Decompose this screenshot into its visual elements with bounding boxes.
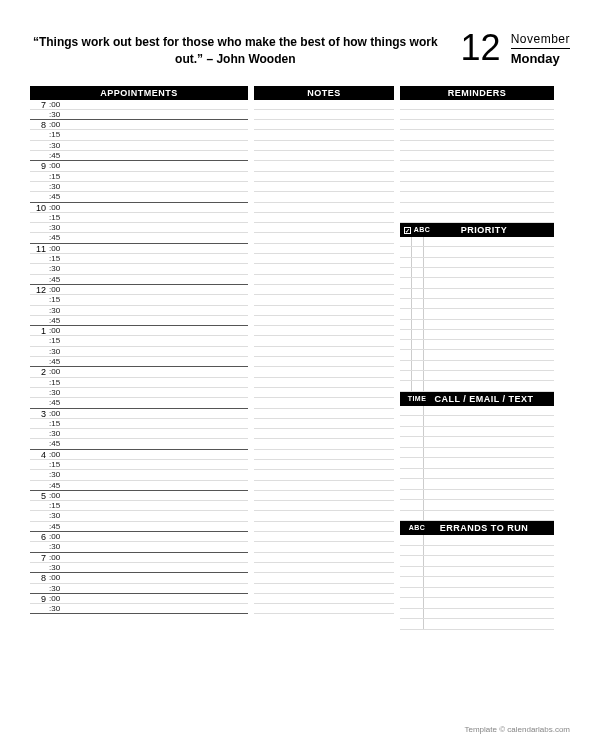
errand-row[interactable] (400, 535, 554, 546)
priority-check-cell[interactable] (400, 340, 412, 349)
errand-text-cell[interactable] (424, 598, 554, 608)
errand-row[interactable] (400, 588, 554, 599)
call-time-cell[interactable] (400, 448, 424, 458)
appointment-cell[interactable] (64, 254, 248, 263)
appointment-row[interactable]: :45 (30, 151, 248, 161)
priority-text-cell[interactable] (424, 330, 554, 339)
notes-line[interactable] (254, 347, 394, 357)
appointment-cell[interactable] (64, 501, 248, 510)
appointment-cell[interactable] (64, 192, 248, 201)
errand-text-cell[interactable] (424, 535, 554, 545)
appointment-cell[interactable] (64, 347, 248, 356)
priority-check-cell[interactable] (400, 278, 412, 287)
appointment-row[interactable]: :15 (30, 460, 248, 470)
notes-line[interactable] (254, 532, 394, 542)
appointment-row[interactable]: 11:00 (30, 244, 248, 254)
appointment-row[interactable]: 3:00 (30, 409, 248, 419)
priority-abc-cell[interactable] (412, 371, 424, 380)
appointment-cell[interactable] (64, 172, 248, 181)
call-row[interactable] (400, 479, 554, 490)
call-row[interactable] (400, 406, 554, 417)
appointment-row[interactable]: 6:00 (30, 532, 248, 542)
call-row[interactable] (400, 427, 554, 438)
appointment-cell[interactable] (64, 295, 248, 304)
priority-text-cell[interactable] (424, 278, 554, 287)
appointment-row[interactable]: 7:00 (30, 100, 248, 110)
appointment-row[interactable]: 12:00 (30, 285, 248, 295)
priority-row[interactable] (400, 350, 554, 360)
priority-abc-cell[interactable] (412, 320, 424, 329)
notes-line[interactable] (254, 182, 394, 192)
appointment-cell[interactable] (64, 553, 248, 562)
appointment-row[interactable]: :45 (30, 357, 248, 367)
reminder-line[interactable] (400, 141, 554, 151)
notes-line[interactable] (254, 553, 394, 563)
appointment-row[interactable]: 8:00 (30, 120, 248, 130)
notes-line[interactable] (254, 223, 394, 233)
priority-row[interactable] (400, 278, 554, 288)
errand-abc-cell[interactable] (400, 577, 424, 587)
priority-text-cell[interactable] (424, 350, 554, 359)
appointment-cell[interactable] (64, 161, 248, 170)
appointment-row[interactable]: :15 (30, 295, 248, 305)
appointment-row[interactable]: :15 (30, 130, 248, 140)
priority-check-cell[interactable] (400, 237, 412, 246)
notes-line[interactable] (254, 511, 394, 521)
call-row[interactable] (400, 490, 554, 501)
appointment-row[interactable]: :30 (30, 542, 248, 552)
notes-line[interactable] (254, 326, 394, 336)
priority-abc-cell[interactable] (412, 268, 424, 277)
reminder-line[interactable] (400, 213, 554, 223)
priority-check-cell[interactable] (400, 350, 412, 359)
notes-line[interactable] (254, 120, 394, 130)
priority-row[interactable] (400, 268, 554, 278)
priority-row[interactable] (400, 247, 554, 257)
priority-abc-cell[interactable] (412, 299, 424, 308)
notes-line[interactable] (254, 213, 394, 223)
priority-check-cell[interactable] (400, 330, 412, 339)
errand-text-cell[interactable] (424, 609, 554, 619)
errand-row[interactable] (400, 577, 554, 588)
appointment-row[interactable]: :30 (30, 511, 248, 521)
appointment-cell[interactable] (64, 573, 248, 582)
appointment-row[interactable]: :30 (30, 584, 248, 594)
appointment-cell[interactable] (64, 285, 248, 294)
priority-text-cell[interactable] (424, 237, 554, 246)
appointment-cell[interactable] (64, 130, 248, 139)
notes-line[interactable] (254, 244, 394, 254)
errands-area[interactable] (400, 535, 554, 630)
errand-row[interactable] (400, 609, 554, 620)
notes-line[interactable] (254, 367, 394, 377)
reminder-line[interactable] (400, 203, 554, 213)
appointment-row[interactable]: :45 (30, 522, 248, 532)
appointment-row[interactable]: 4:00 (30, 450, 248, 460)
appointment-cell[interactable] (64, 511, 248, 520)
priority-abc-cell[interactable] (412, 289, 424, 298)
priority-text-cell[interactable] (424, 258, 554, 267)
appointment-cell[interactable] (64, 604, 248, 613)
errand-text-cell[interactable] (424, 556, 554, 566)
priority-check-cell[interactable] (400, 258, 412, 267)
call-text-cell[interactable] (424, 416, 554, 426)
appointment-row[interactable]: 10:00 (30, 203, 248, 213)
priority-check-cell[interactable] (400, 247, 412, 256)
call-time-cell[interactable] (400, 458, 424, 468)
call-time-cell[interactable] (400, 406, 424, 416)
appointments-grid[interactable]: 7:00:308:00:15:30:459:00:15:30:4510:00:1… (30, 100, 248, 615)
errand-row[interactable] (400, 598, 554, 609)
call-text-cell[interactable] (424, 458, 554, 468)
call-time-cell[interactable] (400, 416, 424, 426)
priority-text-cell[interactable] (424, 247, 554, 256)
notes-line[interactable] (254, 233, 394, 243)
call-row[interactable] (400, 448, 554, 459)
errand-abc-cell[interactable] (400, 588, 424, 598)
notes-line[interactable] (254, 357, 394, 367)
notes-line[interactable] (254, 316, 394, 326)
call-row[interactable] (400, 500, 554, 511)
priority-abc-cell[interactable] (412, 247, 424, 256)
appointment-cell[interactable] (64, 584, 248, 593)
priority-text-cell[interactable] (424, 381, 554, 390)
call-row[interactable] (400, 416, 554, 427)
appointment-cell[interactable] (64, 594, 248, 603)
appointment-row[interactable]: :30 (30, 388, 248, 398)
